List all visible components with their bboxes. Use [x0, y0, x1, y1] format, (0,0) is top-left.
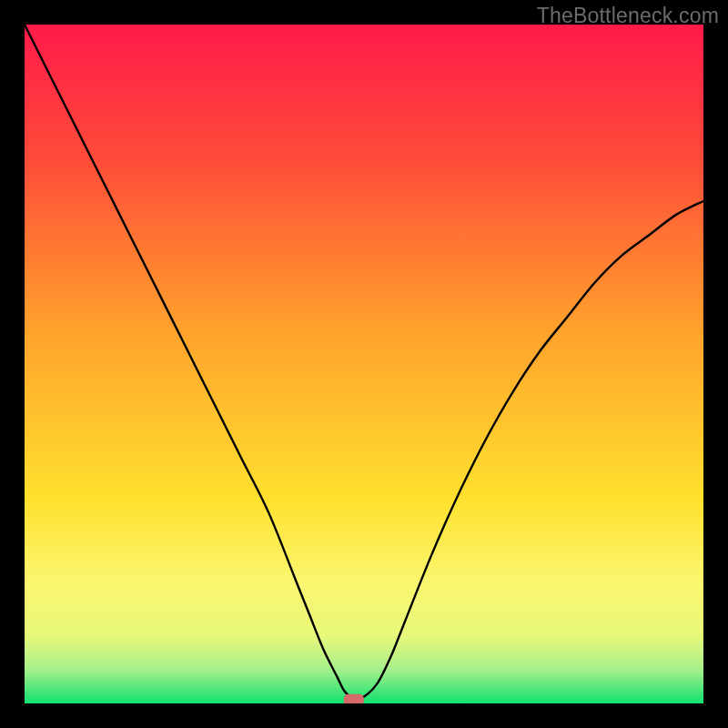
- chart-svg: [25, 25, 703, 703]
- optimum-marker: [344, 694, 364, 703]
- chart-background: [25, 25, 703, 703]
- watermark-text: TheBottleneck.com: [537, 4, 719, 28]
- plot-area: [25, 25, 703, 703]
- chart-frame: TheBottleneck.com: [0, 0, 728, 728]
